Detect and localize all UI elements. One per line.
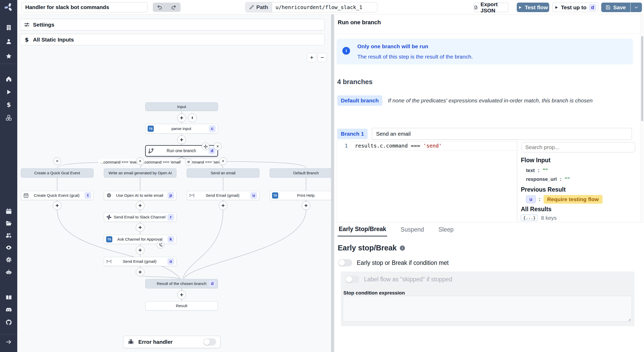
add-step-button[interactable] bbox=[219, 201, 227, 210]
node-label: Print Help bbox=[278, 193, 331, 198]
home-icon[interactable] bbox=[5, 76, 12, 82]
step-id-badge: d bbox=[209, 280, 216, 287]
node-branch-result[interactable]: Result of the chosen branch d bbox=[145, 279, 218, 288]
add-step-button[interactable] bbox=[302, 201, 310, 210]
node-print-help[interactable]: TS Print Help bbox=[270, 191, 331, 200]
audit-eye-icon[interactable] bbox=[5, 244, 12, 251]
undo-button[interactable] bbox=[153, 3, 167, 12]
branch-condition-label: ...command === 'email' bbox=[140, 159, 183, 165]
branch-header-default[interactable]: Default Branch bbox=[270, 168, 331, 177]
branch-header-send[interactable]: Send an email bbox=[187, 168, 259, 177]
schedules-calendar-icon[interactable] bbox=[5, 208, 12, 215]
add-step-button[interactable] bbox=[177, 113, 186, 122]
tab-early-stop-break[interactable]: Early Stop/Break bbox=[338, 223, 387, 236]
resources-boxes-icon[interactable] bbox=[5, 114, 12, 121]
node-ask-approval[interactable]: TS Ask Channel for Approval k bbox=[104, 235, 176, 244]
branch-label: Default Branch bbox=[272, 171, 331, 175]
add-step-button[interactable] bbox=[177, 135, 186, 144]
advanced-settings-panel: Early Stop/Break Suspend Sleep Early sto… bbox=[334, 222, 644, 352]
node-result[interactable]: Result bbox=[145, 301, 218, 310]
early-stop-toggle-row: Early stop or Break if condition met bbox=[338, 259, 449, 266]
branch1-summary-input[interactable] bbox=[372, 128, 632, 140]
collapse-arrow-right-icon[interactable] bbox=[5, 339, 12, 345]
windmill-logo-icon[interactable] bbox=[4, 3, 13, 12]
previous-result-row[interactable]: u : Require testing flow bbox=[526, 195, 603, 204]
skip-label-toggle[interactable] bbox=[345, 276, 359, 283]
tab-sleep[interactable]: Sleep bbox=[437, 223, 455, 236]
node-label: Use Open AI to write email bbox=[112, 193, 167, 198]
add-step-button[interactable] bbox=[136, 223, 145, 232]
branch-header-email[interactable]: Write an email generated by Open AI bbox=[104, 168, 176, 177]
early-stop-toggle-label: Early stop or Break if condition met bbox=[357, 259, 449, 266]
node-input[interactable]: Input bbox=[145, 102, 218, 111]
variables-dollar-icon[interactable]: $ bbox=[5, 101, 12, 108]
add-step-button[interactable] bbox=[177, 290, 186, 299]
node-use-openai[interactable]: Use Open AI to write email p bbox=[104, 191, 176, 200]
gcal-calendar-icon: 31 bbox=[23, 193, 29, 198]
delete-branch-button[interactable]: × bbox=[53, 157, 61, 165]
node-parse-input[interactable]: TS parse input c bbox=[145, 124, 218, 134]
add-trigger-button[interactable] bbox=[188, 113, 197, 122]
add-step-button[interactable] bbox=[136, 268, 145, 276]
github-icon[interactable] bbox=[5, 319, 12, 326]
user-icon[interactable] bbox=[5, 38, 12, 45]
default-branch-desc: If none of the predicates' expressions e… bbox=[388, 97, 592, 104]
node-send-email-gmail[interactable]: Send Email (gmail) u bbox=[187, 191, 259, 200]
branch-header-event[interactable]: Create a Quick Gcal Event bbox=[21, 168, 94, 177]
plus-icon bbox=[180, 293, 184, 297]
add-step-button[interactable] bbox=[136, 246, 145, 255]
pane-splitter[interactable] bbox=[331, 14, 334, 352]
panel-scrollbar[interactable] bbox=[640, 14, 644, 222]
save-dropdown-button[interactable] bbox=[631, 3, 642, 12]
search-prop-input[interactable] bbox=[521, 142, 635, 152]
resize-grip-icon[interactable] bbox=[627, 317, 631, 321]
node-create-quick-event[interactable]: 31 Create Quick Event (gcal) t bbox=[21, 191, 94, 200]
info-icon: i bbox=[400, 245, 405, 251]
docs-book-icon[interactable] bbox=[5, 294, 12, 301]
delete-branch-button[interactable]: × bbox=[136, 157, 144, 165]
export-json-button[interactable]: Export JSON bbox=[473, 3, 509, 12]
code-string-literal: 'send' bbox=[423, 143, 442, 149]
runs-play-icon[interactable] bbox=[5, 89, 12, 95]
node-label: Run one branch bbox=[154, 149, 209, 153]
move-step-button[interactable] bbox=[202, 143, 209, 150]
folders-icon[interactable] bbox=[5, 220, 12, 227]
gmail-icon bbox=[106, 259, 112, 264]
test-up-to-label: Test up to bbox=[561, 4, 587, 11]
node-label: Input bbox=[148, 104, 216, 109]
discord-icon[interactable] bbox=[5, 307, 12, 313]
swap-arrows-icon bbox=[187, 160, 191, 164]
swap-branches-button[interactable] bbox=[185, 158, 192, 166]
test-up-to-button[interactable]: Test up to d bbox=[552, 3, 598, 12]
branches-heading: 4 branches bbox=[337, 78, 372, 86]
node-send-email-gmail-2[interactable]: Send Email (gmail) o bbox=[104, 257, 176, 266]
add-step-button[interactable] bbox=[53, 201, 62, 210]
prop-row[interactable]: response_url : "" bbox=[526, 176, 570, 182]
redo-button[interactable] bbox=[167, 3, 181, 12]
add-step-button[interactable] bbox=[136, 201, 145, 210]
robot-icon[interactable] bbox=[5, 269, 12, 275]
predicate-code-editor[interactable]: 1 results.c.command === 'send' bbox=[337, 140, 517, 223]
stop-condition-textarea[interactable] bbox=[343, 296, 632, 322]
groups-users-gear-icon[interactable] bbox=[5, 232, 12, 239]
node-label: Result of the chosen branch bbox=[154, 281, 209, 286]
settings-gear-icon[interactable] bbox=[5, 256, 12, 263]
node-send-email-slack[interactable]: Send Email to Slack Channel r bbox=[104, 212, 176, 222]
test-flow-button[interactable]: Test flow bbox=[517, 3, 549, 12]
step-id-badge: u bbox=[250, 192, 257, 199]
save-button[interactable]: Save bbox=[601, 3, 630, 12]
pencil-icon bbox=[249, 5, 254, 10]
all-results-row[interactable]: {...} 8 keys bbox=[521, 215, 557, 221]
path-field[interactable]: Path u/henricourdent/flow_slack_1 bbox=[245, 2, 377, 12]
building-icon[interactable] bbox=[5, 24, 12, 31]
early-stop-toggle[interactable] bbox=[338, 259, 352, 266]
step-id-badge: c bbox=[209, 125, 216, 132]
flow-name-input[interactable] bbox=[21, 2, 148, 12]
prop-row[interactable]: text : "" bbox=[526, 168, 548, 173]
tab-suspend[interactable]: Suspend bbox=[400, 223, 425, 236]
delete-branch-button[interactable]: × bbox=[219, 157, 227, 165]
delete-step-button[interactable]: × bbox=[214, 143, 222, 150]
scrollbar-thumb[interactable] bbox=[641, 36, 643, 121]
plus-icon bbox=[221, 203, 225, 208]
star-icon[interactable] bbox=[5, 53, 12, 60]
